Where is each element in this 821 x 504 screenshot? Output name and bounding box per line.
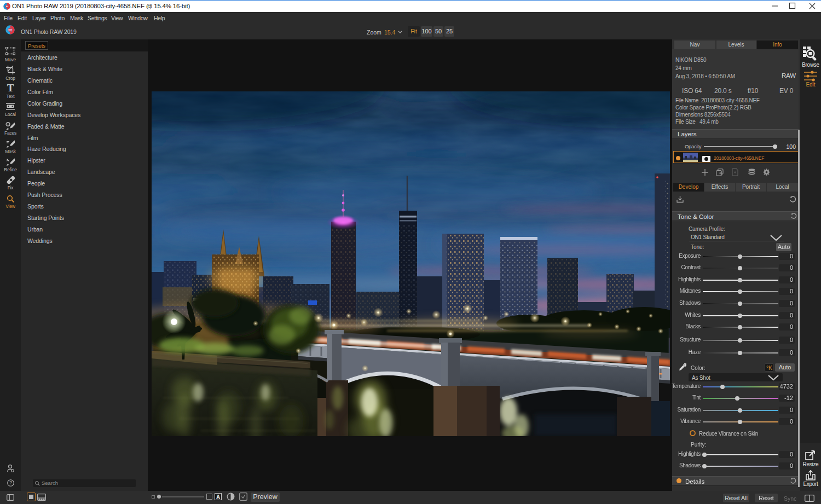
- svg-text:?: ?: [9, 480, 12, 485]
- svg-text:ON1: ON1: [9, 29, 12, 31]
